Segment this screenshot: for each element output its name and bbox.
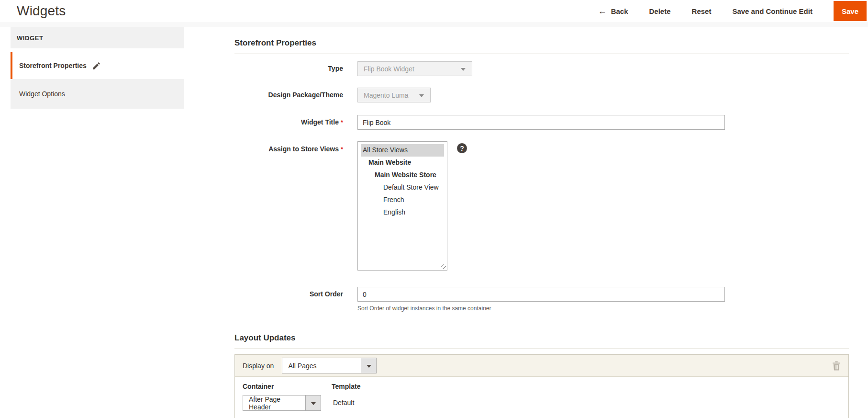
page-title: Widgets — [17, 3, 66, 19]
type-select: Flip Book Widget — [357, 61, 472, 76]
sidebar-item-widget-options[interactable]: Widget Options — [11, 79, 184, 109]
type-label: Type — [234, 65, 343, 73]
help-icon[interactable]: ? — [457, 143, 467, 153]
sidebar-section-title: WIDGET — [11, 27, 184, 48]
store-view-option-main-website[interactable]: Main Website — [361, 157, 444, 169]
storefront-properties-section-title: Storefront Properties — [234, 38, 849, 54]
widgets-edit-page: Widgets ← Back Delete Reset Save and Con… — [0, 0, 868, 418]
layout-update-header: Display on All Pages — [235, 355, 848, 377]
display-on-select-value: All Pages — [282, 358, 361, 373]
widget-title-input[interactable] — [357, 115, 725, 130]
theme-label: Design Package/Theme — [234, 91, 343, 99]
sort-order-input[interactable] — [357, 287, 725, 302]
type-select-value: Flip Book Widget — [364, 65, 414, 73]
container-label: Container — [243, 383, 274, 390]
delete-layout-update-button[interactable] — [832, 361, 841, 371]
store-views-multiselect[interactable]: All Store Views Main Website Main Websit… — [357, 141, 447, 271]
display-on-label: Display on — [243, 362, 274, 370]
sort-order-field-wrap — [357, 287, 725, 302]
layout-updates-section-title: Layout Updates — [234, 333, 849, 349]
store-view-option-all[interactable]: All Store Views — [361, 144, 444, 157]
sidebar-divider — [11, 48, 184, 52]
widget-title-label: Widget Title* — [234, 118, 343, 126]
store-views-label: Assign to Store Views* — [234, 145, 343, 153]
sidebar-item-storefront-properties[interactable]: Storefront Properties — [11, 52, 184, 79]
widget-title-field-wrap — [357, 115, 725, 130]
store-view-option-default-store-view[interactable]: Default Store View — [361, 181, 444, 194]
sort-order-label: Sort Order — [234, 290, 343, 298]
required-marker: * — [341, 119, 343, 126]
widget-sidebar: WIDGET Storefront Properties Widget Opti… — [11, 27, 184, 109]
required-marker: * — [341, 146, 343, 153]
sidebar-item-label: Widget Options — [19, 90, 65, 98]
theme-select: Magento Luma — [357, 88, 431, 102]
store-view-option-french[interactable]: French — [361, 194, 444, 206]
container-select[interactable]: After Page Header — [243, 395, 321, 411]
container-select-value: After Page Header — [243, 395, 305, 410]
template-label: Template — [332, 383, 360, 390]
display-on-select[interactable]: All Pages — [282, 358, 377, 373]
layout-update-card: Display on All Pages — [234, 354, 849, 418]
theme-select-value: Magento Luma — [364, 91, 408, 99]
layout-update-body: Container Template After Page Header Def… — [235, 377, 848, 418]
chevron-down-icon — [305, 395, 321, 410]
sort-order-note: Sort Order of widget instances in the sa… — [357, 305, 491, 312]
widget-title-label-text: Widget Title — [301, 118, 339, 126]
template-value: Default — [333, 395, 354, 411]
main-content: Storefront Properties Type Flip Book Wid… — [234, 0, 849, 418]
edit-pencil-icon — [93, 62, 100, 69]
chevron-down-icon — [461, 68, 466, 71]
store-view-option-main-website-store[interactable]: Main Website Store — [361, 169, 444, 181]
store-view-option-english[interactable]: English — [361, 206, 444, 219]
chevron-down-icon — [361, 358, 376, 373]
chevron-down-icon — [419, 94, 424, 97]
store-views-label-text: Assign to Store Views — [268, 145, 339, 153]
sidebar-item-label: Storefront Properties — [19, 62, 87, 69]
